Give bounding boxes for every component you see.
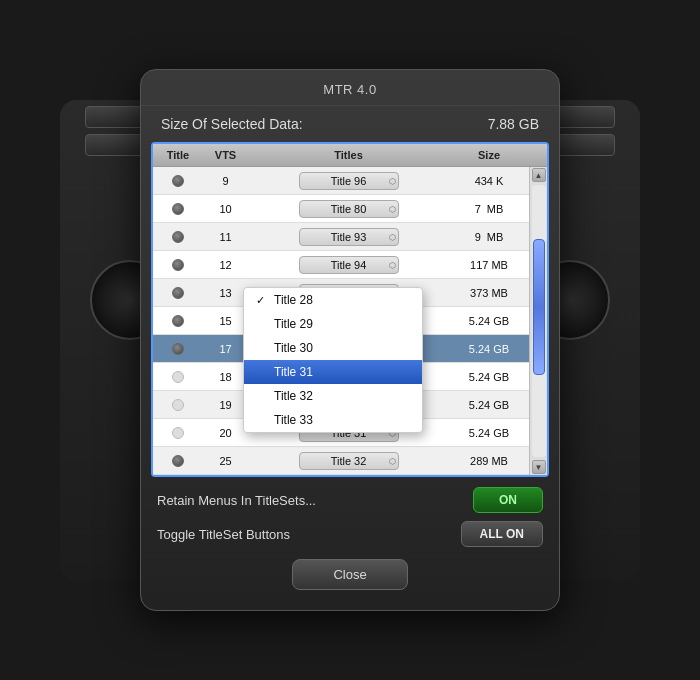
dropdown-item-title31[interactable]: Title 31 xyxy=(244,360,422,384)
toggle-titleset-btn[interactable]: ALL ON xyxy=(461,521,543,547)
close-button[interactable]: Close xyxy=(292,559,407,590)
dropdown-item-title33[interactable]: Title 33 xyxy=(244,408,422,432)
row-vts-19: 19 xyxy=(203,397,248,413)
dropdown-item-title32[interactable]: Title 32 xyxy=(244,384,422,408)
col-scroll xyxy=(529,147,547,163)
size-bar: Size Of Selected Data: 7.88 GB xyxy=(141,106,559,142)
row-size-9: 434 K xyxy=(449,173,529,189)
row-size-10: 7 MB xyxy=(449,201,529,217)
row-vts-10: 10 xyxy=(203,201,248,217)
table-row: 11 Title 93 9 MB xyxy=(153,223,547,251)
dropdown-item-title30[interactable]: Title 30 xyxy=(244,336,422,360)
table-container: Title VTS Titles Size 9 Title 96 434 K xyxy=(151,142,549,477)
scroll-up-arrow[interactable]: ▲ xyxy=(532,168,546,182)
table-body: 9 Title 96 434 K 10 Title 80 7 xyxy=(153,167,547,475)
row-title-12[interactable]: Title 94 xyxy=(248,254,449,276)
row-vts-15: 15 xyxy=(203,313,248,329)
dropdown-item-label: Title 33 xyxy=(274,413,313,427)
scrollbar-thumb[interactable] xyxy=(533,239,545,375)
toggle-titleset-row: Toggle TitleSet Buttons ALL ON xyxy=(157,521,543,547)
scrollbar[interactable]: ▲ ▼ xyxy=(529,167,547,475)
table-row: 9 Title 96 434 K xyxy=(153,167,547,195)
row-title-9[interactable]: Title 96 xyxy=(248,170,449,192)
title-select-11[interactable]: Title 93 xyxy=(299,228,399,246)
radio-dot xyxy=(172,427,184,439)
radio-dot xyxy=(172,231,184,243)
row-check-12[interactable] xyxy=(153,257,203,273)
row-size-17: 5.24 GB xyxy=(449,341,529,357)
radio-dot xyxy=(172,315,184,327)
bottom-controls: Retain Menus In TitleSets... ON Toggle T… xyxy=(141,477,559,590)
radio-dot xyxy=(172,455,184,467)
retain-menus-row: Retain Menus In TitleSets... ON xyxy=(157,487,543,513)
main-window: MTR 4.0 Size Of Selected Data: 7.88 GB T… xyxy=(140,69,560,611)
dropdown-popup: Title 28 Title 29 Title 30 Title 31 Titl… xyxy=(243,287,423,433)
dropdown-item-title28[interactable]: Title 28 xyxy=(244,288,422,312)
table-row: 10 Title 80 7 MB xyxy=(153,195,547,223)
col-title: Title xyxy=(153,147,203,163)
title-select-wrapper[interactable]: Title 80 xyxy=(299,200,399,218)
radio-dot xyxy=(172,175,184,187)
row-size-15: 5.24 GB xyxy=(449,313,529,329)
title-select-wrapper[interactable]: Title 94 xyxy=(299,256,399,274)
row-check-13[interactable] xyxy=(153,285,203,301)
scrollbar-track[interactable] xyxy=(532,185,546,457)
size-label: Size Of Selected Data: xyxy=(161,116,303,132)
radio-dot xyxy=(172,343,184,355)
row-title-25[interactable]: Title 32 xyxy=(248,450,449,472)
retain-menus-toggle[interactable]: ON xyxy=(473,487,543,513)
table-header: Title VTS Titles Size xyxy=(153,144,547,167)
row-vts-13: 13 xyxy=(203,285,248,301)
title-select-25[interactable]: Title 32 xyxy=(299,452,399,470)
row-check-20[interactable] xyxy=(153,425,203,441)
title-select-wrapper[interactable]: Title 96 xyxy=(299,172,399,190)
dropdown-item-label: Title 32 xyxy=(274,389,313,403)
col-vts: VTS xyxy=(203,147,248,163)
title-select-9[interactable]: Title 96 xyxy=(299,172,399,190)
radio-dot xyxy=(172,399,184,411)
row-check-11[interactable] xyxy=(153,229,203,245)
row-title-10[interactable]: Title 80 xyxy=(248,198,449,220)
row-size-20: 5.24 GB xyxy=(449,425,529,441)
row-size-12: 117 MB xyxy=(449,257,529,273)
row-size-13: 373 MB xyxy=(449,285,529,301)
dropdown-item-label: Title 30 xyxy=(274,341,313,355)
toggle-titleset-label: Toggle TitleSet Buttons xyxy=(157,527,290,542)
row-title-11[interactable]: Title 93 xyxy=(248,226,449,248)
col-titles: Titles xyxy=(248,147,449,163)
dropdown-item-title29[interactable]: Title 29 xyxy=(244,312,422,336)
table-row: 25 Title 32 289 MB xyxy=(153,447,547,475)
row-vts-18: 18 xyxy=(203,369,248,385)
radio-dot xyxy=(172,371,184,383)
row-check-9[interactable] xyxy=(153,173,203,189)
radio-dot xyxy=(172,287,184,299)
row-vts-12: 12 xyxy=(203,257,248,273)
title-select-wrapper[interactable]: Title 32 xyxy=(299,452,399,470)
row-check-19[interactable] xyxy=(153,397,203,413)
title-select-10[interactable]: Title 80 xyxy=(299,200,399,218)
row-vts-25: 25 xyxy=(203,453,248,469)
row-vts-9: 9 xyxy=(203,173,248,189)
row-vts-17: 17 xyxy=(203,341,248,357)
row-check-25[interactable] xyxy=(153,453,203,469)
radio-dot xyxy=(172,203,184,215)
title-select-12[interactable]: Title 94 xyxy=(299,256,399,274)
app-title: MTR 4.0 xyxy=(141,70,559,106)
row-vts-20: 20 xyxy=(203,425,248,441)
table-row: 12 Title 94 117 MB xyxy=(153,251,547,279)
col-size: Size xyxy=(449,147,529,163)
row-vts-11: 11 xyxy=(203,229,248,245)
row-check-15[interactable] xyxy=(153,313,203,329)
scroll-down-arrow[interactable]: ▼ xyxy=(532,460,546,474)
row-check-18[interactable] xyxy=(153,369,203,385)
row-check-10[interactable] xyxy=(153,201,203,217)
dropdown-item-label: Title 28 xyxy=(274,293,313,307)
row-size-19: 5.24 GB xyxy=(449,397,529,413)
row-size-18: 5.24 GB xyxy=(449,369,529,385)
size-value: 7.88 GB xyxy=(488,116,539,132)
dropdown-item-label: Title 29 xyxy=(274,317,313,331)
row-size-25: 289 MB xyxy=(449,453,529,469)
row-size-11: 9 MB xyxy=(449,229,529,245)
row-check-17[interactable] xyxy=(153,341,203,357)
title-select-wrapper[interactable]: Title 93 xyxy=(299,228,399,246)
